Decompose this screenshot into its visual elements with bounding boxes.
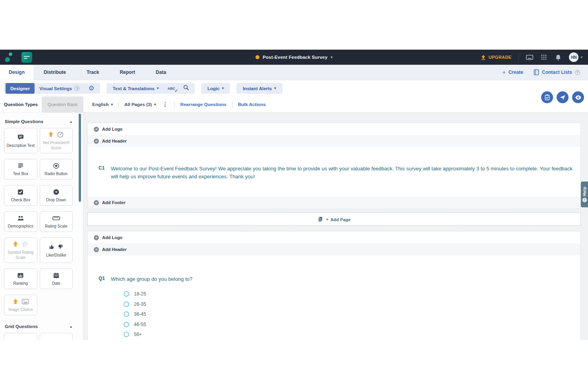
user-menu[interactable]: HN ▾ [569,52,582,62]
tab-distribute[interactable]: Distribute [33,65,76,80]
tab-question-types[interactable]: Question Types [0,97,42,112]
divider [118,101,119,108]
add-logo-label: Add Logo [102,127,122,131]
logic-chevron-down-icon: ▾ [222,87,224,90]
logic-dropdown[interactable]: Logic ▾ [203,83,228,94]
radio-circle-icon[interactable] [124,322,129,327]
publish-send-button[interactable] [557,91,569,103]
radio-circle-icon[interactable] [124,332,129,337]
option-26-35[interactable]: 26-35 [124,299,580,309]
section-title: Grid Questions [5,324,38,329]
question-q1[interactable]: Q1 Which age group do you belong to? [88,255,580,288]
qtype-ranking[interactable]: Ranking [4,268,37,289]
plus-circle-icon: + [94,235,99,240]
design-toolbar: Designer Visual Settings ? ⚙ Text & Tran… [0,80,588,97]
visual-settings-button[interactable]: Visual Settings ? [35,83,84,94]
qtype-image-choice[interactable]: Image Choice [4,295,37,315]
spellcheck-button[interactable]: ABC ✓ [163,87,179,91]
radio-circle-icon[interactable] [124,311,129,317]
find-replace-icon[interactable] [179,85,193,92]
add-header-label: Add Header [102,139,127,143]
plus-icon: + [502,69,505,75]
rearrange-questions-link[interactable]: Rearrange Questions [180,102,226,107]
instant-alerts-group: Instant Alerts ▾ [236,83,282,94]
visual-settings-help-icon: ? [74,86,79,91]
add-page-button[interactable]: + Add Page [87,212,581,226]
sidebar-scrollbar[interactable] [79,114,81,202]
qtype-check-box[interactable]: Check Box [4,185,37,206]
tile-label: Net Promoter® Score [41,140,72,151]
logo-drop [5,57,10,62]
premium-upgrade-arrow-icon [13,299,18,305]
preview-button[interactable] [572,91,584,103]
tab-question-bank[interactable]: Question Bank [42,97,83,112]
option-label: 46-55 [134,322,146,327]
grid-questions-section-header[interactable]: Grid Questions ▴ [4,322,73,333]
qtype-demographics[interactable]: Demographics [4,211,37,232]
tile-label: Date [52,281,60,286]
help-question-icon: ? [582,198,587,202]
option-label: 36-45 [134,311,146,317]
notifications-bell-icon[interactable] [555,54,562,61]
option-46-55[interactable]: 46-55 [124,319,580,330]
add-logo-button-p2[interactable]: + Add Logo [88,232,580,243]
designer-group: Designer Visual Settings ? ⚙ [4,83,100,94]
contact-lists-help-icon[interactable]: ? [575,70,580,75]
simple-questions-section-header[interactable]: Simple Questions ▴ [4,118,73,128]
qtype-drop-down[interactable]: Drop Down [40,185,73,206]
radio-circle-icon[interactable] [124,291,129,297]
radio-circle-icon[interactable] [124,301,129,307]
calendar-icon [53,272,60,279]
instant-alerts-dropdown[interactable]: Instant Alerts ▾ [238,83,281,94]
contact-lists-button[interactable]: Contact Lists ? [534,69,580,75]
qtype-symbol-rating-scale[interactable]: ☆ Symbol Rating Scale [4,238,37,263]
add-logo-button-p1[interactable]: + Add Logo [88,123,580,135]
brand-logo-icon[interactable] [5,52,13,62]
qtype-like-dislike[interactable]: Like/Dislike [40,238,73,263]
add-header-button-p2[interactable]: + Add Header [88,243,580,255]
tile-label: Image Choice [8,307,33,312]
gear-icon[interactable]: ⚙ [84,84,98,93]
qtype-tile-cutoff[interactable] [40,333,73,340]
question-c1[interactable]: C1 Welcome to our Post-Event Feedback Su… [88,147,580,197]
option-18-25[interactable]: 18-25 [124,289,580,299]
tab-track[interactable]: Track [76,65,109,80]
option-56-plus[interactable]: 56+ [124,329,580,340]
paper-plane-icon [559,94,566,100]
survey-page-2: + Add Logo + Add Header Q1 Which age gro… [87,231,581,340]
apps-grid-icon[interactable] [540,54,547,61]
add-footer-button-p1[interactable]: + Add Footer [88,197,580,209]
kebab-menu-icon[interactable]: ⋮ [162,101,169,108]
designer-button[interactable]: Designer [6,83,35,94]
tab-data[interactable]: Data [145,65,176,80]
workspace-icon[interactable] [21,52,32,63]
tab-design[interactable]: Design [0,65,33,80]
upgrade-button[interactable]: UPGRADE [480,54,512,60]
add-header-button-p1[interactable]: + Add Header [88,135,580,147]
text-translations-dropdown[interactable]: Text & Translations ▾ [108,83,164,94]
review-checklist-button[interactable] [541,91,553,103]
create-button[interactable]: + Create [502,69,523,75]
qtype-text-box[interactable]: Text Box [4,159,37,180]
pages-dropdown[interactable]: All Pages (3) ▾ [124,102,156,107]
pages-label: All Pages (3) [124,102,152,107]
language-chevron-down-icon: ▾ [111,103,113,106]
language-dropdown[interactable]: English ▾ [92,102,113,107]
qtype-descriptive-text[interactable]: Descriptive Text [4,128,37,153]
collapse-chevron-up-icon: ▴ [70,120,72,124]
qtype-net-promoter-score[interactable]: Net Promoter® Score [40,128,73,153]
display-mode-icon[interactable] [526,54,533,61]
option-36-45[interactable]: 36-45 [124,309,580,319]
qtype-rating-scale[interactable]: Rating Scale [40,211,73,232]
text-translations-label: Text & Translations [113,86,155,91]
tab-report[interactable]: Report [109,65,145,80]
qtype-date[interactable]: Date [40,268,73,289]
create-label: Create [509,70,523,75]
bulk-actions-link[interactable]: Bulk Actions [238,102,266,107]
qtype-tile-cutoff[interactable] [4,333,37,340]
tile-label: Ranking [13,281,28,286]
plus-circle-icon: + [94,139,99,144]
help-tab[interactable]: Help ? [581,182,588,207]
qtype-radio-button[interactable]: Radio Button [40,159,73,180]
survey-title-chevron-down-icon[interactable]: ▾ [331,56,333,59]
